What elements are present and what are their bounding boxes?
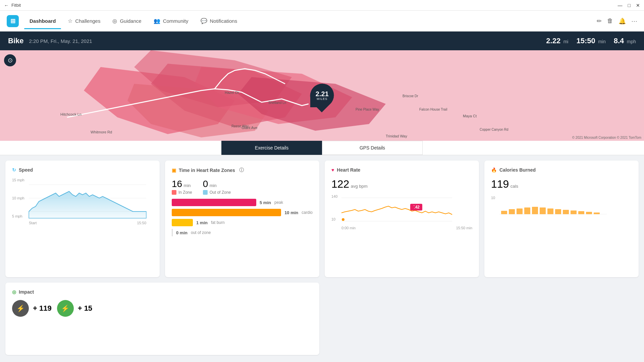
svg-rect-43 bbox=[586, 212, 592, 214]
svg-text:Hazel Dr: Hazel Dr bbox=[225, 90, 239, 95]
guidance-label: Guidance bbox=[120, 18, 141, 24]
map-copyright: © 2021 Microsoft Corporation © 2021 TomT… bbox=[572, 136, 641, 139]
out-zone-label: Out of Zone bbox=[203, 190, 231, 195]
activity-type: Bike bbox=[8, 37, 23, 45]
edit-button[interactable]: ✏ bbox=[597, 17, 602, 25]
zone-row-peak: 5 min peak bbox=[172, 199, 313, 206]
outofzone-label: 0 min bbox=[176, 230, 187, 235]
svg-rect-34 bbox=[517, 208, 523, 214]
speed-card: ↻ Speed 15 mph 10 mph 5 mph bbox=[5, 161, 160, 277]
nav-logo: ⊞ bbox=[7, 15, 19, 27]
community-label: Community bbox=[163, 18, 189, 24]
calories-icon: 🔥 bbox=[491, 167, 497, 173]
svg-point-30 bbox=[342, 218, 344, 221]
heart-rate-icon: ♥ bbox=[331, 167, 334, 173]
speed-unit: mph bbox=[627, 39, 636, 44]
zone-row-fatburn: 1 min fat burn bbox=[172, 219, 313, 226]
duration-unit: min bbox=[598, 39, 606, 44]
out-zone-unit: min bbox=[210, 183, 217, 188]
svg-rect-38 bbox=[547, 208, 553, 214]
duration-value: 15:50 bbox=[576, 37, 595, 45]
cardio-label: 10 min bbox=[284, 210, 298, 215]
svg-rect-32 bbox=[501, 211, 507, 214]
calories-card-title: 🔥 Calories Burned bbox=[491, 167, 632, 173]
impact-item-2: ⚡ + 15 bbox=[57, 300, 92, 317]
map-pin: 2.21 MILES bbox=[310, 84, 334, 107]
fatburn-sublabel: fat burn bbox=[211, 220, 225, 225]
nav-item-dashboard[interactable]: Dashboard bbox=[24, 15, 61, 26]
speed-chart-svg bbox=[29, 178, 146, 218]
hr-chart-svg: 142 bbox=[341, 194, 452, 225]
hr-card-title: ♥ Heart Rate bbox=[331, 167, 472, 173]
outofzone-bar bbox=[172, 229, 173, 236]
nav-item-community[interactable]: 👥 Community bbox=[148, 15, 194, 27]
title-bar-left: ← Fitbit bbox=[4, 3, 21, 8]
cal-y-label: 10 bbox=[491, 196, 495, 200]
notifications-icon: 💬 bbox=[201, 18, 207, 24]
calories-display: 119 cals bbox=[491, 178, 632, 190]
in-zone-unit: min bbox=[184, 183, 191, 188]
zones-help-icon[interactable]: ⓘ bbox=[239, 167, 244, 173]
peak-label: 5 min bbox=[260, 200, 271, 205]
hr-y-labels: 140 10 bbox=[331, 194, 337, 221]
nav-bar: ⊞ Dashboard ☆ Challenges ◎ Guidance 👥 Co… bbox=[0, 11, 644, 32]
close-button[interactable]: ✕ bbox=[636, 3, 640, 8]
zones-card-title: ▣ Time in Heart Rate Zones ⓘ bbox=[172, 167, 313, 173]
svg-text:Whitmore Rd: Whitmore Rd bbox=[91, 130, 112, 134]
header-left: Bike 2:20 PM, Fri., May. 21, 2021 bbox=[8, 37, 92, 45]
tab-gps-details[interactable]: GPS Details bbox=[322, 141, 423, 155]
svg-text:Hitchcock Ln: Hitchcock Ln bbox=[60, 112, 82, 116]
hr-chart-area: 140 10 142 bbox=[331, 194, 472, 228]
peak-sublabel: peak bbox=[274, 200, 283, 205]
calories-chart-svg bbox=[499, 196, 607, 218]
svg-text:Pine Place Way: Pine Place Way bbox=[356, 108, 379, 111]
hr-avg-value: 122 bbox=[331, 178, 349, 190]
svg-text:Maya Ct: Maya Ct bbox=[463, 114, 477, 118]
delete-button[interactable]: 🗑 bbox=[607, 17, 613, 24]
map-pin-inner: 2.21 MILES bbox=[316, 90, 329, 101]
speed-icon: ↻ bbox=[12, 167, 16, 173]
svg-rect-42 bbox=[578, 211, 584, 214]
community-icon: 👥 bbox=[154, 18, 160, 24]
more-button[interactable]: ⋯ bbox=[631, 17, 637, 25]
impact-card: ◎ Impact ⚡ + 119 ⚡ + 15 bbox=[5, 283, 319, 355]
heart-rate-zones-card: ▣ Time in Heart Rate Zones ⓘ 16 min In Z… bbox=[165, 161, 319, 277]
nav-item-challenges[interactable]: ☆ Challenges bbox=[62, 15, 106, 27]
speed-card-title: ↻ Speed bbox=[12, 167, 153, 173]
back-button[interactable]: ← bbox=[4, 3, 9, 8]
impact-card-title: ◎ Impact bbox=[12, 289, 313, 295]
in-zone-label: In Zone bbox=[172, 190, 192, 195]
hr-avg-unit: avg bpm bbox=[351, 184, 368, 189]
maximize-button[interactable]: □ bbox=[628, 3, 631, 8]
svg-text:Copper Canyon Rd: Copper Canyon Rd bbox=[480, 128, 508, 131]
notifications-button[interactable]: 🔔 bbox=[619, 17, 626, 25]
tab-exercise-details[interactable]: Exercise Details bbox=[221, 141, 322, 155]
in-zone-color-indicator bbox=[172, 190, 176, 195]
header-duration: 15:50 min bbox=[576, 37, 605, 45]
impact-icon: ◎ bbox=[12, 289, 16, 295]
impact-icon-2: ⚡ bbox=[61, 304, 69, 312]
zone-row-cardio: 10 min cardio bbox=[172, 209, 313, 216]
svg-text:Trinidad Way: Trinidad Way bbox=[386, 134, 407, 138]
distance-value: 2.22 bbox=[546, 37, 560, 45]
hr-chart-container: 142 0:00 min 15:50 min bbox=[341, 194, 472, 230]
impact-circle-2: ⚡ bbox=[57, 300, 74, 317]
nav-item-guidance[interactable]: ◎ Guidance bbox=[107, 15, 147, 27]
nav-item-notifications[interactable]: 💬 Notifications bbox=[195, 15, 243, 27]
activity-datetime: 2:20 PM, Fri., May. 21, 2021 bbox=[29, 38, 92, 44]
heart-rate-card: ♥ Heart Rate 122 avg bpm 140 10 bbox=[325, 161, 479, 277]
impact-value-1: + 119 bbox=[33, 304, 52, 313]
map-toggle-button[interactable]: ⊙ bbox=[4, 54, 16, 66]
minimize-button[interactable]: — bbox=[618, 3, 623, 8]
cal-bars-container bbox=[499, 196, 632, 219]
notifications-label: Notifications bbox=[210, 18, 237, 24]
fatburn-label: 1 min bbox=[196, 220, 208, 225]
svg-point-29 bbox=[412, 206, 415, 208]
svg-text:Shetland Ln: Shetland Ln bbox=[268, 101, 286, 105]
svg-rect-36 bbox=[532, 207, 538, 214]
content-area: ↻ Speed 15 mph 10 mph 5 mph bbox=[0, 155, 644, 360]
speed-y-labels: 15 mph 10 mph 5 mph bbox=[12, 178, 24, 218]
fatburn-bar bbox=[172, 219, 193, 226]
out-zone-value: 0 bbox=[203, 179, 208, 189]
in-zone-value: 16 bbox=[172, 179, 182, 189]
